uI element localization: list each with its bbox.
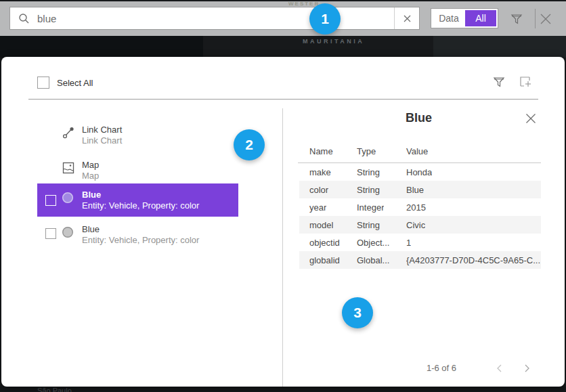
result-title: Map: [82, 160, 99, 170]
table-row: color String Blue: [299, 181, 541, 198]
callout-badge-1: 1: [309, 3, 341, 35]
column-header-type: Type: [357, 146, 376, 156]
filter-icon[interactable]: [510, 12, 523, 26]
result-title: Blue: [82, 190, 101, 200]
cell-type: String: [357, 220, 380, 230]
result-subtitle: Entity: Vehicle, Property: color: [82, 235, 199, 245]
results-filter-icon[interactable]: [492, 75, 506, 89]
pagination-prev-icon[interactable]: [494, 363, 505, 374]
link-chart-icon: [62, 126, 75, 139]
result-title: Blue: [82, 224, 100, 234]
column-header-name: Name: [309, 146, 333, 156]
map-label-city: São Paulo: [37, 387, 72, 392]
map-dark-region: [0, 36, 203, 58]
result-subtitle: Entity: Vehicle, Property: color: [82, 200, 199, 211]
row-checkbox[interactable]: [45, 228, 56, 239]
search-icon: [10, 13, 37, 24]
cell-type: Global...: [357, 255, 389, 265]
cell-name: color: [309, 185, 328, 195]
entity-circle-icon: [62, 226, 75, 240]
map-label-mauritania: MAURITANIA: [303, 38, 364, 45]
cell-value: Blue: [406, 185, 424, 195]
cell-value: {A4203777-D70D-4C5C-9A65-C...: [406, 255, 540, 265]
cell-value: 1: [406, 238, 411, 248]
result-row-link-chart[interactable]: Link Chart Link Chart: [37, 121, 238, 150]
cell-name: make: [309, 167, 331, 177]
cell-name: model: [309, 220, 333, 230]
header-divider: [28, 99, 538, 100]
cell-type: Integer: [357, 202, 384, 213]
result-row-blue[interactable]: Blue Entity: Vehicle, Property: color: [37, 220, 238, 250]
select-all-checkbox[interactable]: [37, 77, 49, 89]
row-checkbox[interactable]: [45, 195, 56, 206]
column-header-value: Value: [406, 146, 428, 156]
close-search-icon[interactable]: [539, 12, 552, 26]
cell-name: globalid: [309, 255, 340, 265]
app-window: MAURITANIA São Paulo WESTER Data All Sel: [0, 0, 566, 392]
clear-x-icon: [403, 14, 412, 23]
result-row-blue-selected[interactable]: Blue Entity: Vehicle, Property: color: [37, 183, 238, 217]
table-row: globalid Global... {A4203777-D70D-4C5C-9…: [299, 251, 541, 269]
search-toolbar: WESTER Data All: [0, 1, 566, 36]
result-subtitle: Link Chart: [82, 135, 122, 146]
table-row: model String Civic: [299, 216, 541, 234]
cell-name: year: [309, 202, 326, 213]
cell-type: Object...: [357, 238, 389, 248]
pagination-next-icon[interactable]: [521, 363, 532, 374]
cell-type: String: [357, 167, 380, 177]
result-subtitle: Map: [82, 171, 99, 181]
cell-name: objectid: [309, 238, 340, 248]
list-detail-divider: [282, 108, 283, 387]
cell-value: Honda: [406, 167, 432, 177]
toolbar-divider: [535, 9, 536, 28]
map-icon: [62, 161, 75, 175]
search-box: [9, 7, 420, 30]
map-bottom-strip: [0, 387, 566, 392]
result-title: Link Chart: [82, 125, 122, 135]
select-all-label: Select All: [57, 78, 93, 88]
scope-option-data[interactable]: Data: [431, 9, 466, 28]
scope-option-all[interactable]: All: [465, 10, 496, 26]
search-scope-toggle: Data All: [431, 8, 498, 28]
search-results-panel: Select All Link Chart Link Chart Map Map: [1, 57, 565, 387]
callout-badge-3: 3: [342, 297, 373, 328]
cell-value: Civic: [406, 220, 425, 230]
callout-badge-2: 2: [234, 129, 265, 160]
table-row: make String Honda: [299, 163, 541, 181]
pagination-label: 1-6 of 6: [397, 363, 485, 373]
detail-title: Blue: [298, 111, 540, 125]
entity-circle-icon: [62, 192, 75, 205]
table-row: objectid Object... 1: [299, 234, 541, 251]
result-row-map[interactable]: Map Map: [37, 156, 238, 186]
add-to-selection-icon[interactable]: [519, 75, 534, 89]
search-clear-button[interactable]: [394, 7, 419, 29]
cell-value: 2015: [406, 202, 426, 213]
table-row: year Integer 2015: [299, 198, 541, 216]
detail-close-icon[interactable]: [525, 112, 537, 125]
table-header: Name Type Value: [298, 146, 541, 161]
cell-type: String: [357, 185, 380, 195]
map-light-region: [433, 36, 566, 58]
